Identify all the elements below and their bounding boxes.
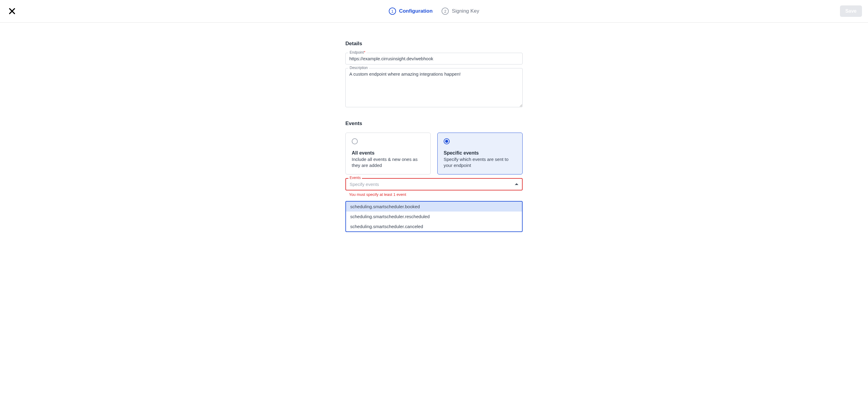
radio-all-title: All events [352, 150, 424, 156]
radio-all-desc: Include all events & new ones as they ar… [352, 156, 424, 169]
endpoint-field-wrapper: Endpoint* [345, 53, 523, 64]
events-section-title: Events [345, 121, 523, 127]
endpoint-label-text: Endpoint [350, 50, 364, 55]
dropdown-option-canceled[interactable]: scheduling.smartscheduler.canceled [346, 221, 522, 231]
radio-circle-all [352, 138, 358, 144]
event-type-radios: All events Include all events & new ones… [345, 133, 523, 175]
step-label-1: Configuration [399, 8, 433, 14]
dropdown-option-rescheduled[interactable]: scheduling.smartscheduler.rescheduled [346, 212, 522, 221]
step-number-2: 2 [441, 7, 449, 15]
events-select-placeholder: Specify events [350, 182, 379, 187]
wizard-steps: 1 Configuration 2 Signing Key [389, 7, 479, 15]
main-content: Details Endpoint* Description Events All… [345, 41, 523, 232]
dropdown-option-booked[interactable]: scheduling.smartscheduler.booked [346, 201, 522, 212]
description-textarea[interactable] [345, 68, 523, 107]
header-bar: 1 Configuration 2 Signing Key Save [0, 0, 868, 23]
radio-specific-desc: Specify which events are sent to your en… [444, 156, 516, 169]
step-number-1: 1 [389, 7, 396, 15]
radio-all-events[interactable]: All events Include all events & new ones… [345, 133, 431, 175]
close-icon [8, 7, 16, 15]
close-button[interactable] [6, 5, 18, 17]
details-section-title: Details [345, 41, 523, 47]
step-configuration[interactable]: 1 Configuration [389, 7, 433, 15]
events-select[interactable]: Specify events [345, 178, 523, 190]
radio-specific-title: Specific events [444, 150, 516, 156]
events-select-wrapper: Events Specify events You must specify a… [345, 178, 523, 197]
events-error-text: You must specify at least 1 event [345, 192, 523, 197]
endpoint-label: Endpoint* [348, 50, 367, 55]
radio-circle-specific [444, 138, 450, 144]
description-field-wrapper: Description [345, 68, 523, 108]
step-label-2: Signing Key [452, 8, 479, 14]
events-dropdown: scheduling.smartscheduler.booked schedul… [345, 201, 523, 232]
endpoint-input[interactable] [345, 53, 523, 64]
required-asterisk: * [364, 50, 365, 55]
save-button[interactable]: Save [840, 5, 862, 17]
events-select-label: Events [348, 176, 362, 180]
chevron-up-icon [515, 183, 518, 185]
radio-specific-events[interactable]: Specific events Specify which events are… [437, 133, 523, 175]
step-signing-key[interactable]: 2 Signing Key [441, 7, 479, 15]
events-section: Events All events Include all events & n… [345, 121, 523, 232]
description-label: Description [348, 66, 369, 70]
